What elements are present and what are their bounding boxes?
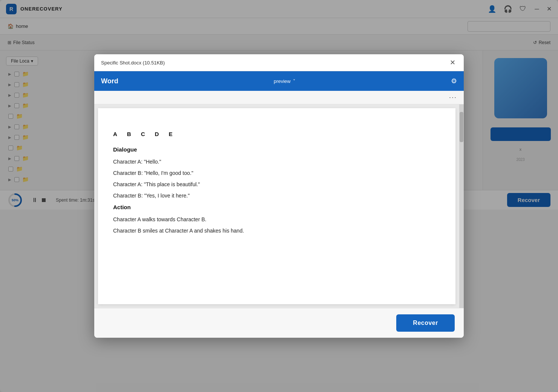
modal-backdrop: Specific Shot.docx (10.51KB) ✕ Word prev… — [0, 0, 558, 392]
more-options-button[interactable]: ··· — [449, 93, 457, 101]
heading-letter-e: E — [169, 131, 173, 137]
preview-chevron-icon: ˅ — [293, 78, 296, 84]
dialogue-line-2: Character B: "Hello, I'm good too." — [113, 170, 440, 176]
heading-letter-b: B — [127, 131, 132, 137]
modal-header: Word preview ˅ ⚙ — [94, 71, 464, 91]
preview-dropdown[interactable]: preview ˅ — [274, 78, 296, 84]
dialogue-line-1: Character A: "Hello." — [113, 159, 440, 165]
doc-preview: A B C D E Dialogue Character A: "Hello."… — [94, 104, 459, 308]
modal-title-bar: Specific Shot.docx (10.51KB) ✕ — [94, 54, 464, 71]
doc-heading-row: A B C D E — [113, 131, 440, 137]
dialogue-line-4: Character B: "Yes, I love it here." — [113, 193, 440, 199]
settings-icon[interactable]: ⚙ — [451, 77, 457, 85]
doc-page: A B C D E Dialogue Character A: "Hello."… — [98, 108, 455, 304]
preview-modal: Specific Shot.docx (10.51KB) ✕ Word prev… — [94, 54, 464, 338]
modal-title: Specific Shot.docx (10.51KB) — [101, 60, 165, 66]
heading-letter-a: A — [113, 131, 118, 137]
modal-body: A B C D E Dialogue Character A: "Hello."… — [94, 104, 464, 308]
action-line-1: Character A walks towards Character B. — [113, 216, 440, 222]
modal-body-inner: A B C D E Dialogue Character A: "Hello."… — [94, 104, 464, 308]
scrollbar-thumb[interactable] — [460, 112, 463, 142]
dialogue-line-3: Character A: "This place is beautiful." — [113, 181, 440, 187]
recover-button[interactable]: Recover — [396, 314, 455, 332]
modal-footer: Recover — [94, 308, 464, 338]
heading-letter-c: C — [141, 131, 146, 137]
modal-toolbar: ··· — [94, 91, 464, 104]
action-line-2: Character B smiles at Character A and sh… — [113, 228, 440, 234]
modal-close-button[interactable]: ✕ — [448, 58, 457, 67]
modal-app-type: Word — [101, 77, 118, 85]
action-section-title: Action — [113, 204, 440, 210]
heading-letter-d: D — [155, 131, 160, 137]
scrollbar[interactable] — [459, 104, 464, 308]
dialogue-section-title: Dialogue — [113, 146, 440, 153]
